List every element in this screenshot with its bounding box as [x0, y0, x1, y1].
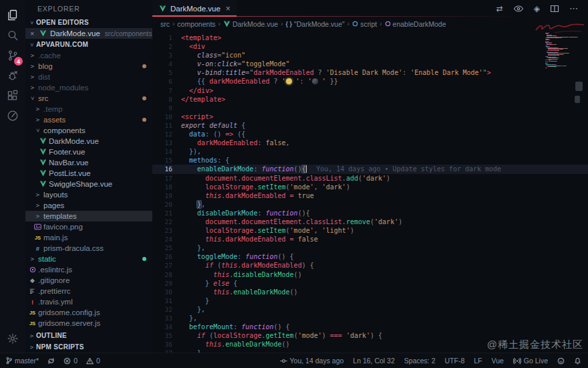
code-line-5[interactable]: 5 v-bind:title="darkModeEnabled ? 'Disab…: [152, 68, 588, 77]
tree-item-pages[interactable]: >pages: [25, 200, 152, 211]
line-number[interactable]: 35: [152, 331, 181, 340]
code-line-22[interactable]: 22 document.documentElement.classList.re…: [152, 217, 588, 226]
open-preview-button[interactable]: [513, 5, 524, 13]
line-number[interactable]: 27: [152, 261, 181, 270]
code-line-6[interactable]: 6 {{ darkModeEnabled ? '☀ ': '🌙 ' }}: [152, 77, 588, 86]
activity-explorer-button[interactable]: [0, 5, 25, 25]
tree-item-swiggleshape-vue[interactable]: SwiggleShape.vue: [25, 179, 152, 189]
close-icon[interactable]: ×: [30, 30, 39, 37]
tree-item-components[interactable]: >components: [25, 125, 152, 136]
line-number[interactable]: 1: [152, 33, 181, 42]
line-number[interactable]: 21: [152, 209, 181, 217]
split-editor-button[interactable]: [550, 5, 559, 13]
line-number[interactable]: 8: [152, 95, 181, 104]
line-number[interactable]: 25: [152, 244, 181, 252]
code-line-23[interactable]: 23 localStorage.setItem('mode', 'light'): [152, 226, 588, 235]
line-number[interactable]: 28: [152, 270, 181, 279]
breadcrumb-item-darkmode-vue[interactable]: DarkMode.vue: [223, 20, 278, 28]
line-number[interactable]: 24: [152, 235, 181, 244]
code-line-20[interactable]: 20 },: [152, 200, 588, 209]
breadcrumb-item-script[interactable]: script: [352, 20, 377, 28]
tree-item-main-js[interactable]: JSmain.js: [25, 232, 152, 243]
code-line-14[interactable]: 14 }),: [152, 147, 588, 156]
line-number[interactable]: 22: [152, 217, 181, 226]
line-number[interactable]: 36: [152, 340, 181, 349]
tree-item-node-modules[interactable]: >node_modules: [25, 82, 152, 93]
open-editors-header[interactable]: > OPEN EDITORS: [25, 17, 152, 28]
activity-source-control-button[interactable]: 4: [0, 45, 25, 66]
activity-debug-button[interactable]: [0, 66, 25, 86]
tree-item-favicon-png[interactable]: favicon.png: [25, 221, 152, 232]
sync-button[interactable]: [47, 357, 55, 365]
feedback-smiley[interactable]: [557, 357, 565, 365]
line-number[interactable]: 26: [152, 252, 181, 261]
line-number[interactable]: 2: [152, 42, 181, 51]
activity-settings-button[interactable]: [0, 329, 25, 349]
indentation[interactable]: Spaces: 2: [404, 357, 436, 365]
code-line-13[interactable]: 13 darkModeEnabled: false,: [152, 139, 588, 147]
language-mode[interactable]: Vue: [492, 357, 504, 365]
line-number[interactable]: 34: [152, 323, 181, 331]
code-line-9[interactable]: 9: [152, 104, 588, 112]
line-number[interactable]: 14: [152, 147, 181, 156]
line-number[interactable]: 31: [152, 296, 181, 305]
line-number[interactable]: 12: [152, 130, 181, 139]
encoding[interactable]: UTF-8: [445, 357, 465, 365]
gitlens-blame[interactable]: You, 14 days ago: [280, 357, 344, 365]
tab-darkmode-vue[interactable]: DarkMode.vue ×: [152, 0, 237, 17]
tree-item-blog[interactable]: >blog: [25, 61, 152, 72]
line-number[interactable]: 19: [152, 191, 181, 200]
tree-item-navbar-vue[interactable]: NavBar.vue: [25, 157, 152, 168]
code-line-24[interactable]: 24 this.darkModeEnabled = false: [152, 235, 588, 244]
line-number[interactable]: 37: [152, 349, 181, 353]
tree-item-prism-dracula-css[interactable]: #prism-dracula.css: [25, 243, 152, 254]
code-line-30[interactable]: 30 this.enableDarkMode(): [152, 288, 588, 296]
line-number[interactable]: 32: [152, 305, 181, 314]
code-line-21[interactable]: 21 disableDarkMode: function(){: [152, 209, 588, 217]
line-number[interactable]: 3: [152, 51, 181, 60]
tree-item-temp[interactable]: >.temp: [25, 104, 152, 114]
outline-header[interactable]: > OUTLINE: [25, 330, 152, 341]
tree-item-layouts[interactable]: >layouts: [25, 189, 152, 200]
eol[interactable]: LF: [474, 357, 482, 365]
line-number[interactable]: 6: [152, 77, 181, 86]
breadcrumb-item-components[interactable]: components: [177, 20, 215, 28]
code-line-3[interactable]: 3 class="icon": [152, 51, 588, 60]
minimap[interactable]: [545, 33, 580, 68]
line-number[interactable]: 20: [152, 200, 181, 209]
cursor-position[interactable]: Ln 16, Col 32: [353, 357, 394, 365]
tree-item-darkmode-vue[interactable]: DarkMode.vue: [25, 136, 152, 147]
code-line-15[interactable]: 15 methods: {: [152, 156, 588, 165]
line-number[interactable]: 13: [152, 139, 181, 147]
tree-item-gridsome-config-js[interactable]: JSgridsome.config.js: [25, 307, 152, 318]
toggle-changes-button[interactable]: ⇄: [496, 4, 503, 13]
errors-indicator[interactable]: 0: [63, 357, 78, 365]
line-number[interactable]: 29: [152, 279, 181, 288]
code-line-8[interactable]: 8</template>: [152, 95, 588, 104]
code-line-28[interactable]: 28 this.disableDarkMode(): [152, 270, 588, 279]
tree-item-static[interactable]: >static: [25, 254, 152, 264]
activity-extensions-button[interactable]: [0, 86, 25, 106]
code-area[interactable]: 1<template>2 <div3 class="icon"4 v-on:cl…: [152, 33, 588, 353]
format-document-button[interactable]: ◈: [534, 4, 540, 13]
code-line-10[interactable]: 10<script>: [152, 112, 588, 121]
tree-item-prettierrc[interactable]: .prettierrc: [25, 286, 152, 296]
line-number[interactable]: 5: [152, 68, 181, 77]
tree-item-travis-yml[interactable]: !.travis.yml: [25, 296, 152, 307]
code-line-34[interactable]: 34 beforeMount: function() {: [152, 323, 588, 331]
tree-item-cache[interactable]: >.cache: [25, 50, 152, 61]
tree-item-postlist-vue[interactable]: PostList.vue: [25, 168, 152, 179]
warnings-indicator[interactable]: 0: [86, 357, 100, 365]
code-line-32[interactable]: 32 },: [152, 305, 588, 314]
code-line-16[interactable]: 16 enableDarkMode: function(){You, 14 da…: [152, 165, 588, 173]
code-line-17[interactable]: 17 document.documentElement.classList.ad…: [152, 174, 588, 183]
tree-item-gridsome-server-js[interactable]: JSgridsome.server.js: [25, 318, 152, 329]
code-line-18[interactable]: 18 localStorage.setItem('mode', 'dark'): [152, 183, 588, 191]
line-number[interactable]: 11: [152, 121, 181, 130]
code-line-7[interactable]: 7 </div>: [152, 86, 588, 95]
go-live[interactable]: Go Live: [513, 357, 548, 365]
line-number[interactable]: 17: [152, 174, 181, 183]
code-line-25[interactable]: 25 },: [152, 244, 588, 252]
line-number[interactable]: 9: [152, 104, 181, 112]
code-line-27[interactable]: 27 if (this.darkModeEnabled) {: [152, 261, 588, 270]
